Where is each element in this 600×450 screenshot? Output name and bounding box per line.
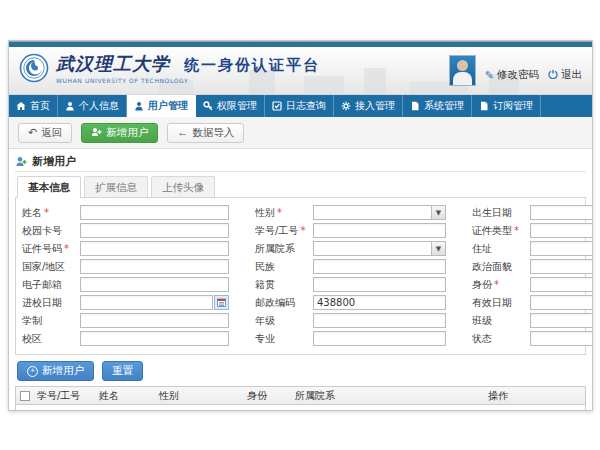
tab-basic-info[interactable]: 基本信息 [17, 176, 81, 198]
country-input[interactable] [80, 259, 229, 274]
person-icon [65, 101, 75, 111]
political-status-input[interactable] [530, 259, 593, 274]
form-field-ethnicity: 民族 [255, 259, 446, 274]
ethnicity-input[interactable] [313, 259, 446, 274]
field-label-text: 邮政编码 [255, 297, 295, 308]
name-input[interactable] [80, 205, 229, 220]
department-select[interactable]: ▼ [313, 241, 446, 256]
nav-item-access[interactable]: 接入管理 [334, 95, 403, 117]
basic-info-panel: 姓名*性别*▼出生日期校园卡号学号/工号*证件类型*证件号码*所属院系▼住址国家… [15, 197, 586, 355]
key-icon [203, 101, 213, 111]
nav-item-profile[interactable]: 个人信息 [58, 95, 127, 117]
main-nav: 首页个人信息用户管理权限管理日志查询接入管理系统管理订阅管理 [9, 95, 592, 117]
form-field-country: 国家/地区 [22, 259, 229, 274]
select-all-checkbox[interactable] [20, 391, 30, 401]
form-field-student-id: 学号/工号* [255, 223, 446, 238]
field-label-text: 国家/地区 [22, 261, 65, 272]
valid-date-input[interactable] [530, 295, 593, 310]
major-input[interactable] [313, 331, 446, 346]
reset-button[interactable]: 重置 [102, 361, 143, 381]
class-input[interactable] [530, 313, 593, 328]
native-place-input[interactable] [313, 277, 446, 292]
nav-item-label: 订阅管理 [493, 99, 533, 113]
avatar-head [457, 60, 468, 71]
nav-item-permissions[interactable]: 权限管理 [196, 95, 265, 117]
change-password-label: 修改密码 [497, 68, 539, 82]
form-field-status: 状态 [472, 331, 593, 346]
form-field-campus: 校区 [22, 331, 229, 346]
form-field-native-place: 籍贯 [255, 277, 446, 292]
select-value [314, 242, 431, 255]
status-input[interactable] [530, 331, 593, 346]
field-label-identity: 身份* [472, 278, 530, 292]
back-button-label: 返回 [41, 126, 62, 140]
logout-link[interactable]: 退出 [548, 68, 582, 86]
required-asterisk: * [514, 225, 519, 236]
nav-item-label: 用户管理 [148, 99, 188, 113]
field-control-status [530, 331, 593, 346]
nav-item-label: 权限管理 [217, 99, 257, 113]
identity-input[interactable] [530, 277, 593, 292]
back-button[interactable]: ↶ 返回 [18, 123, 72, 143]
grade-input[interactable] [313, 313, 446, 328]
add-user-toolbar-button[interactable]: 新增用户 [81, 123, 158, 143]
tab-upload-avatar[interactable]: 上传头像 [151, 176, 215, 197]
field-label-text: 进校日期 [22, 297, 62, 308]
enroll-date-calendar-button[interactable] [214, 295, 229, 310]
field-control-valid-date [530, 295, 593, 310]
field-label-text: 学制 [22, 315, 42, 326]
nav-item-logs[interactable]: 日志查询 [265, 95, 334, 117]
form-field-birth-date: 出生日期 [472, 205, 593, 220]
back-arrow-icon: ↶ [28, 127, 37, 138]
id-number-input[interactable] [80, 241, 229, 256]
form-field-school-system: 学制 [22, 313, 229, 328]
doc-icon [479, 101, 489, 111]
nav-item-system[interactable]: 系统管理 [403, 95, 472, 117]
form-field-address: 住址 [472, 241, 593, 256]
tab-extended-info[interactable]: 扩展信息 [84, 176, 148, 197]
field-label-enroll-date: 进校日期 [22, 296, 80, 310]
submit-add-user-button[interactable]: + 新增用户 [17, 361, 94, 381]
id-type-input[interactable] [530, 223, 593, 238]
nav-item-label: 个人信息 [79, 99, 119, 113]
birth-date-input[interactable] [530, 205, 593, 220]
avatar[interactable] [449, 55, 476, 86]
add-user-icon [91, 127, 102, 139]
form-field-department: 所属院系▼ [255, 241, 446, 256]
field-label-campus-card: 校园卡号 [22, 224, 80, 238]
header-right: ✎ 修改密码 退出 [449, 55, 582, 86]
address-input[interactable] [530, 241, 593, 256]
field-label-native-place: 籍贯 [255, 278, 313, 292]
avatar-body [453, 72, 472, 86]
gender-select[interactable]: ▼ [313, 205, 446, 220]
field-control-gender: ▼ [313, 205, 446, 220]
field-label-campus: 校区 [22, 332, 80, 346]
app-window: 武汉理工大学 统一身份认证平台 WUHAN UNIVERSITY OF TECH… [8, 40, 593, 411]
nav-item-users[interactable]: 用户管理 [127, 95, 196, 117]
nav-item-label: 首页 [30, 99, 50, 113]
form-field-campus-card: 校园卡号 [22, 223, 229, 238]
enroll-date-input[interactable] [80, 295, 213, 310]
campus-card-input[interactable] [80, 223, 229, 238]
pencil-icon: ✎ [485, 70, 494, 81]
change-password-link[interactable]: ✎ 修改密码 [485, 68, 539, 86]
data-import-button[interactable]: ← 数据导入 [167, 123, 244, 143]
student-id-input[interactable] [313, 223, 446, 238]
email-input[interactable] [80, 277, 229, 292]
nav-item-home[interactable]: 首页 [9, 95, 58, 117]
postal-code-input[interactable] [313, 295, 446, 310]
university-name-en: WUHAN UNIVERSITY OF TECHNOLOGY [56, 77, 320, 84]
school-system-input[interactable] [80, 313, 229, 328]
nav-item-subscription[interactable]: 订阅管理 [472, 95, 541, 117]
field-label-id-number: 证件号码* [22, 242, 80, 256]
campus-input[interactable] [80, 331, 229, 346]
nav-item-label: 日志查询 [286, 99, 326, 113]
field-label-text: 身份 [472, 279, 492, 290]
users-table-header: 学号/工号姓名性别身份所属院系操作 [16, 387, 585, 405]
users-table-empty-body [16, 405, 585, 411]
data-import-label: 数据导入 [192, 126, 234, 140]
field-control-major [313, 331, 446, 346]
nav-item-label: 系统管理 [424, 99, 464, 113]
log-icon [272, 101, 282, 111]
field-label-gender: 性别* [255, 206, 313, 220]
